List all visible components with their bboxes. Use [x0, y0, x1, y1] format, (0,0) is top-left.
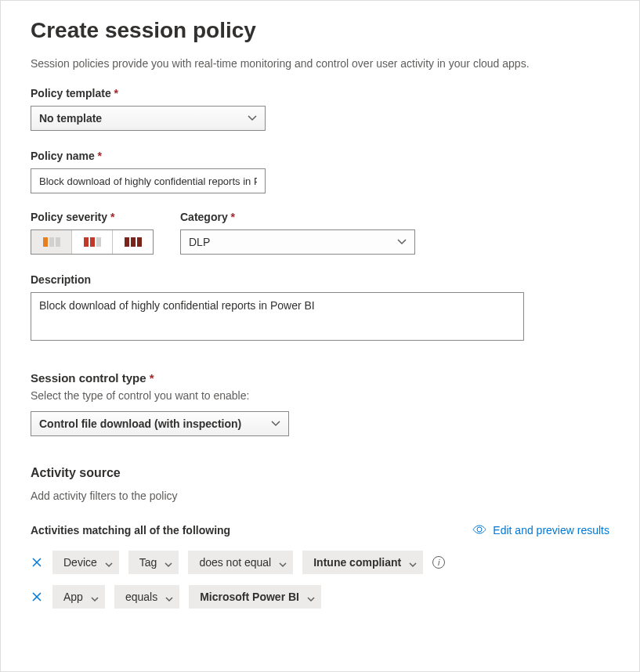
chevron-down-icon [248, 114, 257, 123]
chevron-down-icon [397, 237, 407, 247]
chevron-down-icon [279, 558, 287, 566]
severity-high-button[interactable] [113, 230, 153, 254]
select-value: Control file download (with inspection) [31, 412, 288, 435]
filter-field-select[interactable]: App [52, 585, 105, 609]
filter-sub-select[interactable]: Tag [128, 551, 179, 574]
pill-text: does not equal [199, 556, 271, 569]
chevron-down-icon [165, 593, 173, 601]
label-text: Policy severity [31, 211, 107, 223]
select-value: No template [31, 107, 265, 130]
policy-name-label: Policy name * [31, 150, 609, 162]
policy-severity-label: Policy severity * [31, 211, 154, 223]
filter-operator-select[interactable]: does not equal [188, 551, 293, 574]
filter-row: DeviceTagdoes not equalIntune complianti [31, 551, 609, 574]
edit-preview-results-link[interactable]: Edit and preview results [472, 524, 609, 537]
pill-text: Device [63, 556, 97, 569]
chevron-down-icon [91, 593, 99, 601]
severity-medium-button[interactable] [72, 230, 113, 254]
session-control-type-label: Session control type * [31, 371, 609, 385]
activity-source-subtitle: Add activity filters to the policy [31, 490, 609, 502]
policy-template-select[interactable]: No template [31, 106, 266, 131]
category-label: Category * [180, 211, 415, 223]
filters-container: DeviceTagdoes not equalIntune complianti… [31, 551, 609, 609]
required-marker: * [150, 371, 154, 385]
required-marker: * [231, 211, 235, 223]
chevron-down-icon [271, 419, 280, 428]
filter-operator-select[interactable]: equals [114, 585, 179, 609]
filter-value-select[interactable]: Intune compliant [302, 551, 423, 574]
filter-value-select[interactable]: Microsoft Power BI [189, 585, 321, 609]
pill-text: Intune compliant [313, 556, 401, 569]
category-select[interactable]: DLP [180, 229, 415, 255]
description-label: Description [31, 273, 609, 286]
pill-text: Microsoft Power BI [200, 591, 299, 603]
select-value: DLP [181, 230, 414, 254]
label-text: Session control type [31, 371, 146, 385]
eye-icon [472, 524, 486, 537]
policy-name-input[interactable] [31, 168, 266, 193]
info-icon[interactable]: i [432, 556, 445, 569]
severity-low-icon [43, 237, 60, 247]
chevron-down-icon [105, 558, 113, 566]
label-text: Policy template [31, 87, 111, 99]
activities-matching-label: Activities matching all of the following [31, 524, 230, 537]
filter-field-select[interactable]: Device [52, 551, 119, 574]
pill-text: Tag [139, 556, 157, 569]
pill-text: equals [125, 591, 157, 603]
severity-low-button[interactable] [31, 230, 72, 254]
description-textarea[interactable] [31, 292, 524, 341]
remove-filter-button[interactable] [31, 556, 43, 569]
page-title: Create session policy [31, 18, 609, 43]
link-text: Edit and preview results [493, 524, 609, 537]
severity-medium-icon [84, 237, 101, 247]
label-text: Policy name [31, 150, 95, 162]
session-control-help: Select the type of control you want to e… [31, 389, 609, 402]
chevron-down-icon [165, 558, 172, 566]
remove-filter-button[interactable] [31, 591, 43, 603]
required-marker: * [110, 211, 114, 223]
filter-row: AppequalsMicrosoft Power BI [31, 585, 609, 609]
session-control-type-select[interactable]: Control file download (with inspection) [31, 411, 289, 436]
page-subtitle: Session policies provide you with real-t… [31, 57, 609, 70]
label-text: Category [180, 211, 228, 223]
policy-template-label: Policy template * [31, 87, 609, 99]
severity-high-icon [125, 237, 142, 247]
required-marker: * [98, 150, 102, 162]
activity-source-title: Activity source [31, 466, 609, 480]
chevron-down-icon [307, 593, 315, 601]
severity-toggle-group [31, 229, 154, 255]
chevron-down-icon [409, 558, 417, 566]
required-marker: * [114, 87, 118, 99]
pill-text: App [63, 591, 83, 603]
